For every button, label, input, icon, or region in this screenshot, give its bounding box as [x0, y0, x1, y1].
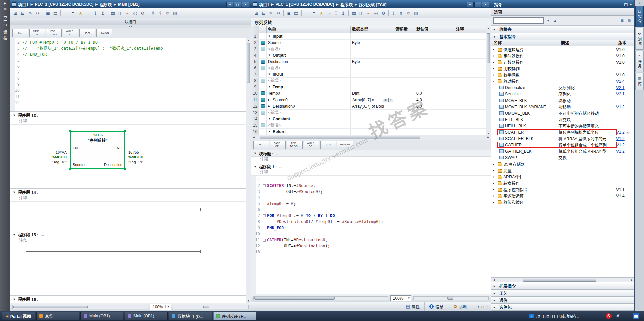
- snippet-comment[interactable]: (*..*): [320, 141, 336, 149]
- comment-cell[interactable]: [454, 110, 486, 116]
- type-cell[interactable]: DInt: [351, 90, 394, 97]
- name-cell[interactable]: <新增>: [267, 65, 351, 71]
- comment-cell[interactable]: [454, 65, 486, 71]
- snapshot-icon[interactable]: ◎: [373, 10, 379, 17]
- collapse-all-icon[interactable]: ↥: [99, 10, 106, 17]
- chevron-right-icon[interactable]: ▸: [494, 284, 497, 288]
- tree-row-位逻辑运算[interactable]: ▸位逻辑运算V1.0: [491, 46, 634, 53]
- offset-cell[interactable]: [394, 52, 415, 58]
- network-15-header[interactable]: ▼ 程序段 15 : …: [10, 231, 246, 238]
- tree-expander[interactable]: ▸: [493, 175, 496, 178]
- table-vertical-scrollbar[interactable]: ▲ ▼: [486, 26, 491, 135]
- goto-icon[interactable]: →: [85, 10, 91, 17]
- offset-cell[interactable]: [394, 90, 415, 97]
- code-line[interactable]: 4// END_FOR;: [10, 51, 246, 57]
- section-collapse-icon[interactable]: ▼: [268, 84, 271, 90]
- goto-icon[interactable]: →: [325, 10, 332, 17]
- comment-cell[interactable]: [454, 46, 486, 52]
- scl-line[interactable]: 1: [251, 177, 491, 183]
- network-14-comment[interactable]: 注释: [10, 196, 246, 202]
- favorites-icon[interactable]: ★: [77, 10, 84, 17]
- type-cell[interactable]: [351, 78, 394, 84]
- network-1-header[interactable]: ▼ 程序段 1 : …: [251, 163, 491, 170]
- default-cell[interactable]: [415, 129, 454, 135]
- slider-thumb[interactable]: [447, 297, 453, 300]
- type-cell[interactable]: [351, 65, 394, 71]
- tree-row-读-写存储器[interactable]: ▸读/写存储器: [491, 161, 634, 167]
- header-default[interactable]: 默认值: [415, 26, 454, 33]
- section-collapse-icon[interactable]: ▼: [268, 52, 271, 58]
- pin-destination[interactable]: Destination: [104, 163, 122, 167]
- section-collapse-icon[interactable]: ▼: [268, 116, 271, 122]
- collapse-network-icon[interactable]: ▼: [13, 233, 16, 236]
- type-cell[interactable]: Array[0..7] of Bool: [351, 103, 394, 109]
- tree-row-swap[interactable]: SWAP交换: [491, 154, 634, 161]
- offset-cell[interactable]: [394, 46, 415, 52]
- interface-row[interactable]: 3<新增>: [251, 46, 486, 52]
- network-14-header[interactable]: ▼ 程序段 14 : …: [10, 188, 246, 196]
- collapse-network-icon[interactable]: ▼: [13, 114, 16, 117]
- inspector-close-icon[interactable]: ×: [486, 305, 488, 308]
- interface-row[interactable]: 7▼InOut: [251, 71, 486, 78]
- taskbar-button-overview[interactable]: 总览: [36, 312, 79, 320]
- tree-row-deserialize[interactable]: Deserialize反序列化V2.1: [491, 84, 634, 91]
- comment-cell[interactable]: [454, 84, 486, 90]
- type-cell[interactable]: [351, 71, 394, 77]
- offset-cell[interactable]: [394, 84, 415, 90]
- code-line[interactable]: 3// "数据块_1".data12[7-#Temp0] := "数据块_1".…: [10, 45, 246, 51]
- download-icon[interactable]: ⇓: [150, 10, 156, 17]
- tree-row-转换操作[interactable]: ▸转换操作: [491, 180, 634, 186]
- taskbar-button-datablock-1[interactable]: 数据块_1 (D...: [169, 312, 212, 320]
- upload-icon[interactable]: ⇑: [398, 10, 405, 17]
- instruction-search-input[interactable]: [493, 17, 544, 24]
- interface-row[interactable]: 16▼Return: [251, 129, 486, 135]
- network-16-header[interactable]: ▼ 程序段 16 : …: [10, 295, 246, 303]
- fold-icon[interactable]: −: [263, 184, 266, 187]
- tree-expander[interactable]: ▸: [493, 201, 496, 204]
- default-cell[interactable]: 0.0: [415, 90, 454, 97]
- network-13-ladder[interactable]: %FC6 "序列反转" EN ENO Source Destination 16…: [10, 125, 246, 188]
- view-grid-icon[interactable]: ▦: [619, 17, 625, 24]
- source-operand[interactable]: 16#AA %MB100 "Tag_18": [29, 150, 67, 164]
- destination-operand[interactable]: 16#55 %MB101 "Tag_19": [128, 150, 166, 164]
- collapse-panel-icon[interactable]: «: [639, 1, 641, 5]
- pin-source[interactable]: Source: [73, 163, 85, 167]
- expand-icon[interactable]: ▶: [268, 97, 271, 103]
- chevron-right-icon[interactable]: ▸: [494, 28, 497, 31]
- default-cell[interactable]: [415, 46, 454, 52]
- section-工艺[interactable]: ▸工艺: [491, 290, 634, 297]
- section-basic-instructions[interactable]: ▾ 基本指令: [491, 33, 634, 40]
- tree-row-serialize[interactable]: Serialize序列化V2.1: [491, 91, 634, 97]
- rail-tab-testing[interactable]: ⚙测试: [635, 28, 644, 50]
- tree-row-ufill-blk[interactable]: UFILL_BLK不可中断的存储区填充: [491, 123, 634, 129]
- tree-expander[interactable]: ▸: [493, 163, 496, 166]
- scroll-up-icon[interactable]: ▲: [246, 39, 251, 41]
- default-cell[interactable]: [415, 116, 454, 122]
- paste-icon[interactable]: ▤: [52, 10, 59, 17]
- scl-line[interactable]: 12 OUT=>#Destination);: [251, 243, 491, 249]
- type-cell[interactable]: [351, 84, 394, 90]
- name-cell[interactable]: ▼Temp: [267, 84, 351, 90]
- rail-tab-libraries[interactable]: ▥库: [635, 73, 644, 90]
- collapse-all-icon[interactable]: ↥: [340, 10, 347, 17]
- name-cell[interactable]: ▼Constant: [267, 116, 351, 122]
- type-cell[interactable]: [351, 110, 394, 116]
- tree-expander[interactable]: ▸: [493, 169, 496, 172]
- interface-row[interactable]: 1▼Input: [251, 33, 486, 40]
- scroll-left-icon[interactable]: ◀: [252, 136, 256, 139]
- section-collapse-icon[interactable]: ▼: [268, 129, 271, 135]
- network-15-canvas[interactable]: [10, 244, 246, 295]
- default-cell[interactable]: [415, 59, 454, 65]
- delete-network-icon[interactable]: ⊟: [19, 10, 26, 17]
- comment-cell[interactable]: [454, 78, 486, 84]
- expand-all-icon[interactable]: ↧: [333, 10, 339, 17]
- block-comment[interactable]: 注释: [251, 157, 491, 163]
- color-grid-logo[interactable]: [624, 313, 630, 319]
- scl-line[interactable]: 8 #Destination0[7-#Temp0] := #Source0[#T…: [251, 219, 491, 225]
- network-1-comment[interactable]: 注释: [251, 170, 491, 176]
- comment-cell[interactable]: [454, 59, 486, 65]
- version-dropdown-icon[interactable]: ▾: [626, 130, 630, 134]
- type-cell[interactable]: [351, 46, 394, 52]
- middle-zoom-select[interactable]: 100% ▼: [390, 295, 412, 301]
- tree-row-字逻辑运算[interactable]: ▸字逻辑运算V1.4: [491, 193, 634, 199]
